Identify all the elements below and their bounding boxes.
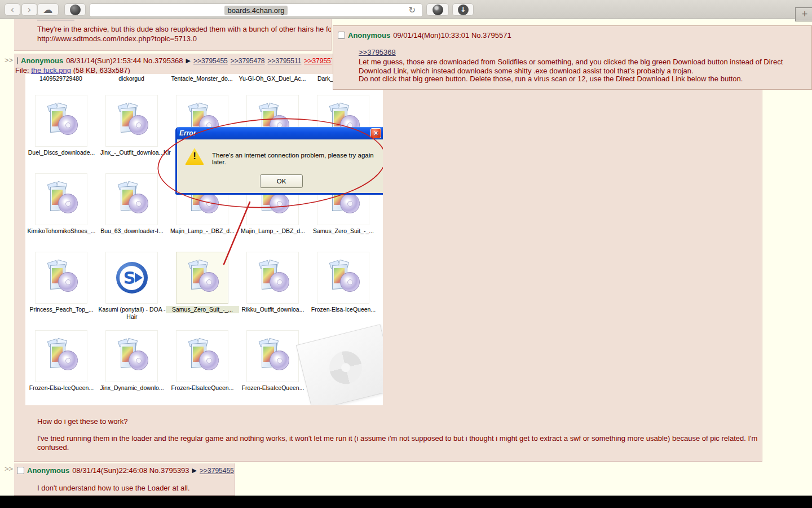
file-tile[interactable]: Buu_63_downloader-I... — [105, 173, 158, 225]
post-preview-3795571: Anonymous 09/01/14(Mon)10:33:01 No.37955… — [333, 25, 812, 90]
file-name-label: Frozen-ElsaIceQueen... — [236, 384, 310, 392]
installer-icon — [35, 173, 87, 225]
photo-logo-icon — [326, 348, 365, 387]
image-placeholder-icon — [296, 324, 383, 405]
file-tile[interactable]: Frozen-ElsaIceQueen... — [176, 330, 228, 382]
file-name-label: Princess_Peach_Top_... — [25, 306, 98, 313]
post-meta: 08/31/14(Sun)21:53:44 No.3795368 — [66, 56, 183, 65]
camera-sphere-icon — [433, 5, 443, 15]
file-name-label: Rikku_Outfit_downloa... — [236, 306, 310, 313]
installer-icon — [176, 330, 228, 382]
file-tile[interactable]: Frozen-Elsa-IceQueen... — [35, 330, 87, 382]
partial-file-label: Tentacle_Monster_do... — [165, 75, 239, 82]
file-label: File: — [15, 66, 29, 75]
file-name-label: Kasumi (ponytail) - DOA - Hair — [95, 306, 169, 321]
post-header: Anonymous 09/01/14(Mon)10:33:01 No.37955… — [338, 31, 511, 40]
poster-name: Anonymous — [348, 31, 390, 40]
warning-icon: ! — [185, 148, 204, 165]
installer-icon — [105, 330, 158, 382]
extension-button[interactable] — [64, 3, 86, 16]
installer-icon — [246, 252, 299, 304]
url-text: boards.4chan.org — [224, 6, 287, 15]
post-menu-arrow-icon[interactable]: ▶ — [192, 467, 197, 474]
file-name-label: Jinx_-_Outfit_downloa... — [95, 149, 169, 156]
close-icon: × — [374, 130, 378, 137]
file-name-label: Frozen-Elsa-IceQueen... — [25, 384, 98, 392]
installer-icon — [105, 95, 158, 147]
solidfiles-icon: S — [105, 252, 158, 304]
backlink[interactable]: >>3795478 — [231, 57, 265, 65]
post-image[interactable]: 1409529729480 dickorgud Tentacle_Monster… — [25, 74, 383, 405]
close-button[interactable]: × — [370, 128, 381, 138]
backlink[interactable]: >>3795455 — [193, 57, 228, 65]
file-tile[interactable]: Frozen-Elsa-IceQueen... — [317, 252, 369, 304]
post-menu-arrow-icon[interactable]: ▶ — [186, 57, 191, 64]
post-text-url: http://www.sdtmods.com/index.php?topic=5… — [37, 34, 197, 43]
backlink[interactable]: >>3795455 — [200, 467, 234, 475]
post-checkbox[interactable] — [17, 467, 24, 474]
sphere-icon — [70, 5, 81, 15]
file-name-link[interactable]: the fuck.png — [31, 66, 71, 75]
poster-name: Anonymous — [21, 56, 63, 65]
plus-icon: + — [802, 8, 808, 20]
file-tile[interactable]: KimikoTohomikoShoes_... — [35, 173, 87, 225]
side-arrow: >> — [5, 56, 13, 64]
file-name-label: Buu_63_downloader-I... — [95, 227, 169, 235]
post-checkbox[interactable] — [17, 57, 18, 64]
forward-button[interactable]: › — [21, 3, 37, 16]
comment-line1: How do i get these to work? — [37, 417, 127, 426]
partial-file-label: dickorgud — [95, 75, 168, 82]
quotelink[interactable]: >>3795368 — [359, 48, 396, 57]
file-tile[interactable]: Rikku_Outfit_downloa... — [246, 252, 299, 304]
back-button[interactable]: ‹ — [5, 3, 20, 16]
post-header: Anonymous 08/31/14(Sun)21:53:44 No.37953… — [17, 56, 332, 65]
forward-icon: › — [28, 5, 32, 15]
file-tile[interactable]: Samus_Zero_Suit_-_... — [176, 252, 228, 304]
post-header: Anonymous 08/31/14(Sun)22:46:08 No.37953… — [17, 466, 234, 475]
partial-file-label: Yu-Gi-Oh_GX_Duel_Ac... — [236, 75, 309, 82]
browser-toolbar: ‹ › ☁ boards.4chan.org ↻ ↓ + — [0, 0, 812, 19]
backlink-hovered[interactable]: >>3795571 — [304, 57, 332, 65]
bottom-black-bar — [0, 496, 812, 508]
file-name-label: Samus_Zero_Suit_-_... — [307, 227, 380, 235]
file-tile[interactable]: Princess_Peach_Top_... — [35, 252, 87, 304]
reload-icon[interactable]: ↻ — [408, 5, 416, 15]
address-bar[interactable]: boards.4chan.org ↻ — [89, 3, 423, 17]
post-text: I don't understand how to use the Loader… — [37, 484, 190, 493]
installer-icon — [35, 252, 87, 304]
new-tab-button[interactable]: + — [795, 7, 812, 21]
file-name-label: Samus_Zero_Suit_-_... — [166, 306, 239, 313]
post-text: Do not click that big green button. Dele… — [359, 75, 807, 84]
file-name-label: Majin_Lamp_-_DBZ_d... — [166, 227, 239, 235]
file-tile[interactable]: Duel_Discs_downloade... — [35, 95, 87, 147]
backlink[interactable]: >>3795511 — [268, 57, 302, 65]
ok-label: OK — [277, 178, 286, 185]
share-button[interactable] — [426, 3, 449, 16]
file-name-label: Frozen-Elsa-IceQueen... — [307, 306, 380, 313]
installer-icon — [176, 252, 228, 304]
post-meta: 09/01/14(Mon)10:33:01 No.3795571 — [393, 31, 511, 40]
dialog-titlebar[interactable]: Error × — [177, 127, 383, 139]
ok-button[interactable]: OK — [260, 174, 303, 188]
post-text: Let me guess, those are downloaded from … — [359, 58, 807, 76]
exclamation-glyph: ! — [185, 151, 204, 162]
post-checkbox[interactable] — [338, 32, 345, 39]
file-tile[interactable]: Frozen-ElsaIceQueen... — [246, 330, 299, 382]
error-dialog: Error × ! There's an internet connection… — [175, 127, 383, 195]
cloud-tabs-button[interactable]: ☁ — [37, 3, 59, 16]
file-name-label: Majin_Lamp_-_DBZ_d... — [236, 227, 310, 235]
file-meta: (58 KB, 633x587) — [73, 66, 130, 75]
file-tile[interactable]: Jinx_Dynamic_downlo... — [105, 330, 158, 382]
file-name-label: Jinx_Dynamic_downlo... — [95, 384, 169, 392]
installer-icon — [35, 95, 87, 147]
downloads-button[interactable]: ↓ — [452, 3, 474, 16]
cloud-icon: ☁ — [43, 4, 53, 15]
browser-window: ‹ › ☁ boards.4chan.org ↻ ↓ + >>3795275 T… — [0, 0, 812, 508]
post-text-line: They're in the archive, but this dude al… — [37, 25, 332, 34]
file-tile[interactable]: Jinx_-_Outfit_downloa... — [105, 95, 158, 147]
file-name-label: Duel_Discs_downloade... — [25, 149, 98, 156]
installer-icon — [246, 330, 299, 382]
post-3795393: Anonymous 08/31/14(Sun)22:46:08 No.37953… — [14, 463, 235, 496]
file-tile[interactable]: SKasumi (ponytail) - DOA - Hair — [105, 252, 158, 304]
comment-line2: I've tried running them in the loader an… — [37, 434, 760, 452]
